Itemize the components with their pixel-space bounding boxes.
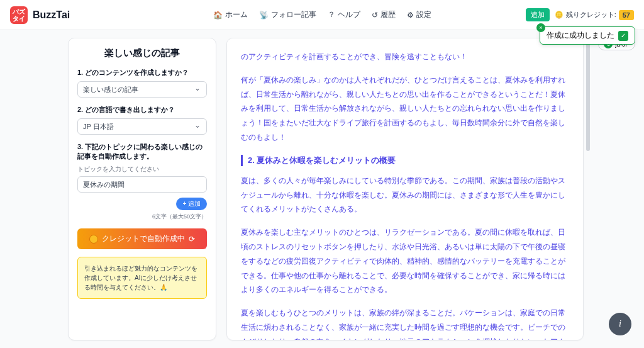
topic-input[interactable] (77, 176, 207, 193)
rss-icon: 📡 (259, 11, 269, 20)
topic-hint: トピックを入力してください (77, 165, 207, 174)
sidebar-title: 楽しい感じの記事 (77, 47, 207, 59)
close-icon[interactable]: × (536, 23, 545, 32)
coin-icon: 🪙 (555, 11, 564, 19)
nav-settings-label: 設定 (416, 9, 431, 20)
header-add-button[interactable]: 追加 (526, 8, 550, 21)
section-heading: 2. 夏休みと休暇を楽しむメリットの概要 (241, 155, 569, 166)
char-count: 6文字（最大50文字） (77, 213, 207, 221)
logo-text: BuzzTai (33, 9, 70, 21)
nav-home-label: ホーム (225, 9, 248, 20)
language-select[interactable]: JP 日本語 (77, 118, 207, 135)
coin-icon (89, 235, 98, 244)
info-fab[interactable]: i (609, 313, 631, 335)
gear-icon: ⚙ (407, 11, 414, 20)
logo[interactable]: バズ タイ BuzzTai (10, 6, 70, 24)
home-icon: 🏠 (213, 11, 223, 20)
paragraph: 夏を楽しむもうひとつのメリットは、家族の絆が深まることだ。バケーションは、家庭で… (241, 306, 569, 340)
check-icon: ✓ (618, 31, 628, 41)
generate-label: クレジットで自動作成中 (102, 233, 185, 244)
logo-badge: バズ タイ (10, 6, 28, 24)
help-icon: ？ (328, 9, 335, 20)
sidebar: 楽しい感じの記事 1. どのコンテンツを作成しますか？ 楽しい感じの記事 2. … (68, 38, 216, 340)
q1-label: 1. どのコンテンツを作成しますか？ (77, 68, 207, 77)
paragraph: 夏は、多くの人々が毎年楽しみにしている特別な季節である。この期間、家族は普段の活… (241, 174, 569, 216)
nav-help[interactable]: ？ヘルプ (328, 9, 360, 20)
nav-home[interactable]: 🏠ホーム (213, 9, 248, 20)
paragraph: のアクティビティを計画することができ、冒険を逃すこともない！ (241, 50, 569, 64)
q3-label: 3. 下記のトピックに関わる楽しい感じの記事を自動作成します。 (77, 142, 207, 161)
paragraph: 夏休みを楽しむ主なメリットのひとつは、リラクゼーションである。夏の間に休暇を取れ… (241, 225, 569, 297)
info-box: 引き込まれるほど魅力的なコンテンツを作成しています。AIに少しだけ考えさせる時間… (77, 257, 207, 299)
nav-settings[interactable]: ⚙設定 (407, 9, 431, 20)
q2-label: 2. どの言語で書き出しますか？ (77, 105, 207, 115)
paragraph: 何が「夏休みの楽しみ」なのかは人それぞれだが、ひとつだけ言えることは、夏休みを利… (241, 73, 569, 145)
scrollbar-thumb[interactable] (586, 38, 590, 151)
credit-value: 57 (619, 10, 634, 20)
spinner-icon: ⟳ (189, 235, 195, 244)
nav-follow-label: フォロー記事 (271, 9, 316, 20)
add-topic-button[interactable]: + 追加 (176, 198, 207, 210)
nav-history[interactable]: ↺履歴 (372, 9, 396, 20)
success-toast: × 作成に成功しました ✓ (540, 26, 635, 45)
content-type-select[interactable]: 楽しい感じの記事 (77, 81, 207, 98)
toast-message: 作成に成功しました (547, 30, 614, 41)
article-content: のアクティビティを計画することができ、冒険を逃すこともない！ 何が「夏休みの楽し… (226, 38, 584, 340)
nav-follow[interactable]: 📡フォロー記事 (259, 9, 316, 20)
history-icon: ↺ (372, 11, 378, 20)
nav-help-label: ヘルプ (338, 9, 360, 20)
generate-button[interactable]: クレジットで自動作成中 ⟳ (77, 228, 207, 249)
credit-display: 🪙 残りクレジット: 57 (555, 10, 634, 20)
credit-label: 残りクレジット: (566, 10, 616, 20)
nav-history-label: 履歴 (380, 9, 396, 20)
